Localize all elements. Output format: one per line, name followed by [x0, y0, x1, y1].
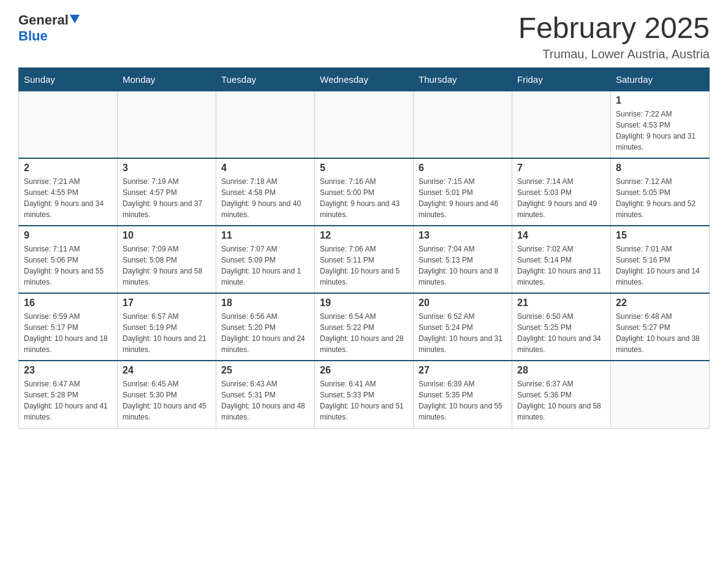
day-info: Sunrise: 7:19 AMSunset: 4:57 PMDaylight:…	[123, 176, 211, 220]
calendar-cell: 22Sunrise: 6:48 AMSunset: 5:27 PMDayligh…	[611, 293, 710, 361]
day-info: Sunrise: 6:54 AMSunset: 5:22 PMDaylight:…	[320, 311, 408, 355]
day-number: 26	[320, 365, 408, 376]
day-info: Sunrise: 7:14 AMSunset: 5:03 PMDaylight:…	[517, 176, 605, 220]
calendar-cell	[216, 91, 315, 158]
day-number: 18	[221, 297, 309, 308]
calendar-cell	[512, 91, 611, 158]
day-number: 11	[221, 230, 309, 241]
day-info: Sunrise: 7:02 AMSunset: 5:14 PMDaylight:…	[517, 243, 605, 288]
day-info: Sunrise: 7:21 AMSunset: 4:55 PMDaylight:…	[24, 176, 112, 220]
day-info: Sunrise: 6:50 AMSunset: 5:25 PMDaylight:…	[517, 311, 605, 355]
calendar-cell: 23Sunrise: 6:47 AMSunset: 5:28 PMDayligh…	[19, 361, 118, 428]
day-number: 1	[616, 95, 704, 106]
calendar-cell: 6Sunrise: 7:15 AMSunset: 5:01 PMDaylight…	[414, 158, 512, 226]
day-info: Sunrise: 7:16 AMSunset: 5:00 PMDaylight:…	[320, 176, 408, 220]
calendar-day-header: Thursday	[414, 67, 512, 91]
day-number: 10	[123, 230, 211, 241]
day-info: Sunrise: 7:07 AMSunset: 5:09 PMDaylight:…	[221, 243, 309, 288]
calendar-cell: 8Sunrise: 7:12 AMSunset: 5:05 PMDaylight…	[611, 158, 710, 226]
calendar-cell: 16Sunrise: 6:59 AMSunset: 5:17 PMDayligh…	[19, 293, 118, 361]
day-number: 28	[517, 365, 605, 376]
day-info: Sunrise: 6:39 AMSunset: 5:35 PMDaylight:…	[419, 378, 507, 423]
calendar-cell: 26Sunrise: 6:41 AMSunset: 5:33 PMDayligh…	[315, 361, 414, 428]
day-info: Sunrise: 6:37 AMSunset: 5:36 PMDaylight:…	[517, 378, 605, 423]
calendar-cell: 10Sunrise: 7:09 AMSunset: 5:08 PMDayligh…	[118, 226, 216, 293]
calendar-day-header: Tuesday	[216, 67, 315, 91]
calendar-cell: 9Sunrise: 7:11 AMSunset: 5:06 PMDaylight…	[19, 226, 118, 293]
calendar-cell: 5Sunrise: 7:16 AMSunset: 5:00 PMDaylight…	[315, 158, 414, 226]
calendar-cell: 2Sunrise: 7:21 AMSunset: 4:55 PMDaylight…	[19, 158, 118, 226]
day-number: 6	[419, 163, 507, 174]
calendar-cell: 28Sunrise: 6:37 AMSunset: 5:36 PMDayligh…	[512, 361, 611, 428]
calendar-cell	[118, 91, 216, 158]
calendar-cell: 7Sunrise: 7:14 AMSunset: 5:03 PMDaylight…	[512, 158, 611, 226]
calendar-cell: 13Sunrise: 7:04 AMSunset: 5:13 PMDayligh…	[414, 226, 512, 293]
calendar-cell: 19Sunrise: 6:54 AMSunset: 5:22 PMDayligh…	[315, 293, 414, 361]
day-info: Sunrise: 6:59 AMSunset: 5:17 PMDaylight:…	[24, 311, 112, 355]
day-number: 15	[616, 230, 704, 241]
day-info: Sunrise: 6:52 AMSunset: 5:24 PMDaylight:…	[419, 311, 507, 355]
day-number: 8	[616, 163, 704, 174]
day-info: Sunrise: 7:15 AMSunset: 5:01 PMDaylight:…	[419, 176, 507, 220]
day-number: 20	[419, 297, 507, 308]
calendar-day-header: Saturday	[611, 67, 710, 91]
calendar-cell: 14Sunrise: 7:02 AMSunset: 5:14 PMDayligh…	[512, 226, 611, 293]
calendar-table: SundayMondayTuesdayWednesdayThursdayFrid…	[18, 67, 710, 429]
day-info: Sunrise: 7:01 AMSunset: 5:16 PMDaylight:…	[616, 243, 704, 288]
day-number: 23	[24, 365, 112, 376]
day-number: 12	[320, 230, 408, 241]
calendar-header-row: SundayMondayTuesdayWednesdayThursdayFrid…	[19, 67, 710, 91]
day-number: 24	[123, 365, 211, 376]
calendar-cell: 24Sunrise: 6:45 AMSunset: 5:30 PMDayligh…	[118, 361, 216, 428]
day-number: 25	[221, 365, 309, 376]
day-number: 14	[517, 230, 605, 241]
logo-blue-text: Blue	[18, 28, 48, 44]
calendar-cell: 3Sunrise: 7:19 AMSunset: 4:57 PMDaylight…	[118, 158, 216, 226]
calendar-cell: 25Sunrise: 6:43 AMSunset: 5:31 PMDayligh…	[216, 361, 315, 428]
day-number: 4	[221, 163, 309, 174]
day-number: 16	[24, 297, 112, 308]
calendar-cell: 4Sunrise: 7:18 AMSunset: 4:58 PMDaylight…	[216, 158, 315, 226]
day-number: 21	[517, 297, 605, 308]
month-title: February 2025	[518, 12, 710, 45]
logo-general-text: General	[18, 12, 69, 28]
day-info: Sunrise: 7:11 AMSunset: 5:06 PMDaylight:…	[24, 243, 112, 288]
calendar-cell: 21Sunrise: 6:50 AMSunset: 5:25 PMDayligh…	[512, 293, 611, 361]
location-subtitle: Trumau, Lower Austria, Austria	[518, 47, 710, 61]
day-number: 7	[517, 163, 605, 174]
calendar-cell: 1Sunrise: 7:22 AMSunset: 4:53 PMDaylight…	[611, 91, 710, 158]
day-number: 27	[419, 365, 507, 376]
logo: General Blue	[18, 12, 80, 44]
day-info: Sunrise: 6:47 AMSunset: 5:28 PMDaylight:…	[24, 378, 112, 423]
day-info: Sunrise: 6:43 AMSunset: 5:31 PMDaylight:…	[221, 378, 309, 423]
calendar-cell: 15Sunrise: 7:01 AMSunset: 5:16 PMDayligh…	[611, 226, 710, 293]
day-info: Sunrise: 7:04 AMSunset: 5:13 PMDaylight:…	[419, 243, 507, 288]
calendar-cell: 11Sunrise: 7:07 AMSunset: 5:09 PMDayligh…	[216, 226, 315, 293]
day-info: Sunrise: 6:57 AMSunset: 5:19 PMDaylight:…	[123, 311, 211, 355]
calendar-day-header: Friday	[512, 67, 611, 91]
calendar-day-header: Wednesday	[315, 67, 414, 91]
day-number: 5	[320, 163, 408, 174]
page-header: General Blue February 2025 Trumau, Lower…	[18, 12, 710, 61]
day-info: Sunrise: 6:56 AMSunset: 5:20 PMDaylight:…	[221, 311, 309, 355]
calendar-cell	[315, 91, 414, 158]
calendar-day-header: Sunday	[19, 67, 118, 91]
calendar-day-header: Monday	[118, 67, 216, 91]
day-number: 2	[24, 163, 112, 174]
day-number: 19	[320, 297, 408, 308]
day-info: Sunrise: 7:12 AMSunset: 5:05 PMDaylight:…	[616, 176, 704, 220]
day-info: Sunrise: 7:22 AMSunset: 4:53 PMDaylight:…	[616, 109, 704, 153]
day-info: Sunrise: 6:41 AMSunset: 5:33 PMDaylight:…	[320, 378, 408, 423]
calendar-cell: 20Sunrise: 6:52 AMSunset: 5:24 PMDayligh…	[414, 293, 512, 361]
calendar-cell	[414, 91, 512, 158]
calendar-cell: 27Sunrise: 6:39 AMSunset: 5:35 PMDayligh…	[414, 361, 512, 428]
day-number: 13	[419, 230, 507, 241]
logo-triangle-icon	[70, 15, 80, 23]
day-number: 3	[123, 163, 211, 174]
day-info: Sunrise: 7:09 AMSunset: 5:08 PMDaylight:…	[123, 243, 211, 288]
calendar-cell: 12Sunrise: 7:06 AMSunset: 5:11 PMDayligh…	[315, 226, 414, 293]
day-info: Sunrise: 7:18 AMSunset: 4:58 PMDaylight:…	[221, 176, 309, 220]
day-number: 9	[24, 230, 112, 241]
day-info: Sunrise: 6:45 AMSunset: 5:30 PMDaylight:…	[123, 378, 211, 423]
calendar-cell	[19, 91, 118, 158]
